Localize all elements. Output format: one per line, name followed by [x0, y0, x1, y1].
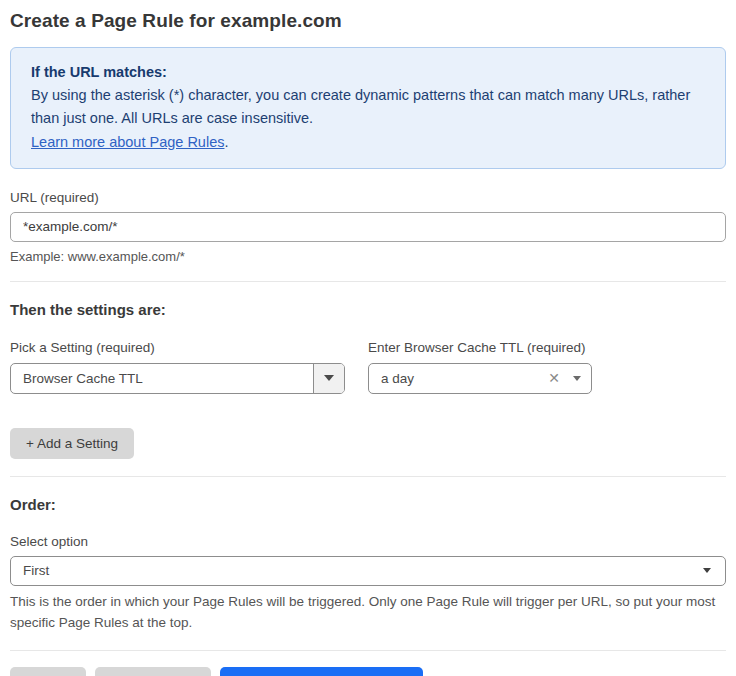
ttl-setting-label: Enter Browser Cache TTL (required): [368, 340, 592, 355]
url-match-info-box: If the URL matches: By using the asteris…: [10, 47, 726, 169]
divider: [10, 650, 726, 651]
ttl-value: a day: [381, 371, 544, 386]
url-input[interactable]: [10, 212, 726, 242]
settings-section-heading: Then the settings are:: [10, 301, 726, 318]
order-select-label: Select option: [10, 534, 726, 549]
footer-actions: Cancel Save as Draft Save and Deploy Pag…: [10, 667, 726, 676]
divider: [10, 476, 726, 477]
order-select[interactable]: First: [10, 556, 726, 586]
link-suffix: .: [224, 134, 228, 150]
pick-setting-select[interactable]: Browser Cache TTL: [10, 363, 345, 394]
url-field-label: URL (required): [10, 190, 726, 205]
learn-more-link[interactable]: Learn more about Page Rules: [31, 134, 224, 150]
pick-setting-column: Pick a Setting (required) Browser Cache …: [10, 318, 345, 394]
pick-setting-arrow-button[interactable]: [313, 364, 344, 393]
pick-setting-label: Pick a Setting (required): [10, 340, 345, 355]
divider: [10, 281, 726, 282]
chevron-down-icon: [703, 568, 711, 573]
url-example-helper: Example: www.example.com/*: [10, 249, 726, 264]
chevron-down-icon: [324, 375, 334, 381]
info-box-link-line: Learn more about Page Rules.: [31, 131, 705, 154]
ttl-combobox[interactable]: a day ✕: [368, 363, 592, 394]
cancel-button[interactable]: Cancel: [10, 667, 86, 676]
add-setting-button[interactable]: + Add a Setting: [10, 428, 134, 459]
pick-setting-value: Browser Cache TTL: [11, 364, 313, 393]
page-rule-form: Create a Page Rule for example.com If th…: [0, 0, 736, 676]
order-helper-text: This is the order in which your Page Rul…: [10, 592, 726, 634]
ttl-setting-column: Enter Browser Cache TTL (required) a day…: [368, 318, 592, 394]
chevron-down-icon: [573, 376, 581, 381]
info-box-body: By using the asterisk (*) character, you…: [31, 84, 705, 130]
info-box-heading: If the URL matches:: [31, 61, 705, 84]
settings-row: Pick a Setting (required) Browser Cache …: [10, 318, 726, 394]
page-title: Create a Page Rule for example.com: [10, 10, 726, 32]
save-as-draft-button[interactable]: Save as Draft: [95, 667, 211, 676]
order-section-heading: Order:: [10, 496, 726, 513]
save-and-deploy-button[interactable]: Save and Deploy Page Rule: [220, 667, 424, 676]
order-select-value: First: [23, 563, 703, 578]
clear-icon[interactable]: ✕: [544, 369, 564, 387]
